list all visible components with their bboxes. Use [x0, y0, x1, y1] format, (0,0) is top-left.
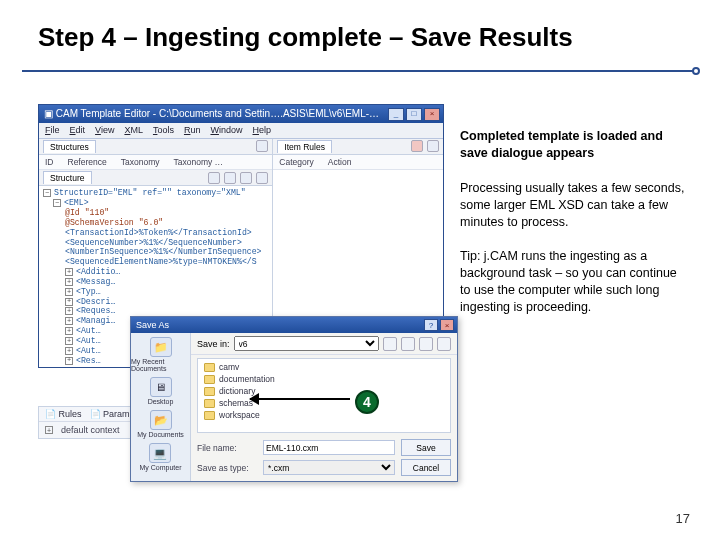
menu-xml[interactable]: XML	[124, 125, 143, 136]
title-rule	[22, 70, 698, 72]
place-label: Desktop	[148, 398, 174, 405]
menu-tools[interactable]: Tools	[153, 125, 174, 136]
help-button[interactable]: ?	[424, 319, 438, 331]
folder-item[interactable]: camv	[204, 362, 444, 372]
new-folder-icon[interactable]	[419, 337, 433, 351]
expand-icon[interactable]: +	[45, 426, 53, 434]
folder-icon	[204, 363, 215, 372]
editor-window-title: CAM Template Editor - C:\Documents and S…	[56, 108, 379, 120]
tab-rules[interactable]: 📄 Rules	[45, 409, 82, 419]
itemrules-header: Category Action	[273, 155, 443, 170]
step-number-badge: 4	[355, 390, 379, 414]
save-button[interactable]: Save	[401, 439, 451, 456]
savetype-select[interactable]: *.cxm	[263, 460, 395, 475]
tree-attr: @SchemaVersion "6.0"	[65, 218, 163, 228]
place-desktop[interactable]: 🖥 Desktop	[148, 377, 174, 405]
place-mycomp[interactable]: 💻 My Computer	[139, 443, 181, 471]
folder-icon	[204, 387, 215, 396]
back-icon[interactable]	[383, 337, 397, 351]
folder-icon	[204, 399, 215, 408]
place-label: My Recent Documents	[131, 358, 190, 372]
panel-menu-icon[interactable]	[427, 140, 439, 152]
tree-node: <Aut…	[76, 336, 101, 346]
close-panel-icon[interactable]	[256, 140, 268, 152]
tree-root: StructureID="EML" ref="" taxonomy="XML"	[54, 188, 246, 198]
structure-tabstrip: Structure	[39, 170, 272, 186]
up-icon[interactable]	[401, 337, 415, 351]
editor-titlebar: ▣ CAM Template Editor - C:\Documents and…	[39, 105, 443, 123]
minimize-button[interactable]: _	[388, 108, 404, 121]
tree-node: <TransactionId>%Token%</TransactionId>	[65, 228, 252, 238]
tree-node: <Descri…	[76, 297, 115, 307]
filename-label: File name:	[197, 443, 257, 453]
savein-label: Save in:	[197, 339, 230, 349]
slide-title: Step 4 – Ingesting complete – Save Resul…	[0, 0, 720, 59]
place-label: My Computer	[139, 464, 181, 471]
tree-node: <Managi…	[76, 316, 115, 326]
explanation-column: Completed template is loaded and save di…	[460, 128, 690, 334]
places-bar: 📁 My Recent Documents 🖥 Desktop 📂 My Doc…	[131, 333, 191, 481]
tree-node: <Aut…	[76, 326, 101, 336]
col-taxonomy2: Taxonomy …	[173, 157, 223, 167]
menu-help[interactable]: Help	[252, 125, 271, 136]
col-taxonomy: Taxonomy	[121, 157, 160, 167]
tree-node: <SequencedElementName>%type=NMTOKEN%</S	[65, 257, 257, 267]
folder-item[interactable]: documentation	[204, 374, 444, 384]
tree-node: <Messag…	[76, 277, 115, 287]
folder-list[interactable]: camv documentation dictionary schemas wo…	[197, 358, 451, 433]
delete-icon[interactable]	[411, 140, 423, 152]
tree-node: <NumberInSequence>%1%</NumberInSequence>	[65, 247, 262, 257]
menu-run[interactable]: Run	[184, 125, 201, 136]
itemrules-tabstrip: Item Rules	[273, 139, 443, 155]
folder-icon	[204, 411, 215, 420]
menu-window[interactable]: Window	[210, 125, 242, 136]
tree-tool-icon[interactable]	[224, 172, 236, 184]
savetype-label: Save as type:	[197, 463, 257, 473]
tab-item-rules[interactable]: Item Rules	[277, 140, 332, 153]
cancel-button[interactable]: Cancel	[401, 459, 451, 476]
documents-icon: 📂	[150, 410, 172, 430]
close-button[interactable]: ×	[440, 319, 454, 331]
views-icon[interactable]	[437, 337, 451, 351]
tree-node: <Additio…	[76, 267, 120, 277]
place-mydocs[interactable]: 📂 My Documents	[137, 410, 184, 438]
tab-structure[interactable]: Structure	[43, 171, 92, 184]
tree-node: <Typ…	[76, 287, 101, 297]
app-icon: ▣	[44, 108, 53, 120]
tree-node: <Reques…	[76, 306, 115, 316]
col-action: Action	[328, 157, 352, 167]
tree-node: <Aut…	[76, 346, 101, 356]
folder-icon	[204, 375, 215, 384]
tree-node: <SequenceNumber>%1%</SequenceNumber>	[65, 238, 242, 248]
menu-edit[interactable]: Edit	[70, 125, 86, 136]
tree-attr: @Id "110"	[65, 208, 109, 218]
desktop-icon: 🖥	[150, 377, 172, 397]
folder-item[interactable]: workspace	[204, 410, 444, 420]
col-category: Category	[279, 157, 314, 167]
explanation-tip: Tip: j.CAM runs the ingesting as a backg…	[460, 248, 690, 316]
title-rule-endcap	[692, 67, 700, 75]
default-context-label: default context	[61, 425, 120, 435]
structures-tabstrip: Structures	[39, 139, 272, 155]
savein-select[interactable]: v6	[234, 336, 379, 351]
menu-file[interactable]: File	[45, 125, 60, 136]
page-number: 17	[676, 511, 690, 526]
place-recent[interactable]: 📁 My Recent Documents	[131, 337, 190, 372]
close-button[interactable]: ×	[424, 108, 440, 121]
tree-tool-icon[interactable]	[240, 172, 252, 184]
saveas-toolbar: Save in: v6	[191, 333, 457, 355]
explanation-lead: Completed template is loaded and save di…	[460, 128, 690, 162]
tab-structures[interactable]: Structures	[43, 140, 96, 153]
tree-tool-icon[interactable]	[208, 172, 220, 184]
explanation-paragraph: Processing usually takes a few seconds, …	[460, 180, 690, 231]
saveas-title: Save As	[136, 320, 169, 330]
computer-icon: 💻	[149, 443, 171, 463]
menu-view[interactable]: View	[95, 125, 114, 136]
place-label: My Documents	[137, 431, 184, 438]
tree-tool-icon[interactable]	[256, 172, 268, 184]
tree-node: <EML>	[64, 198, 89, 208]
filename-field[interactable]	[263, 440, 395, 455]
recent-docs-icon: 📁	[150, 337, 172, 357]
folder-item[interactable]: dictionary	[204, 386, 444, 396]
maximize-button[interactable]: □	[406, 108, 422, 121]
